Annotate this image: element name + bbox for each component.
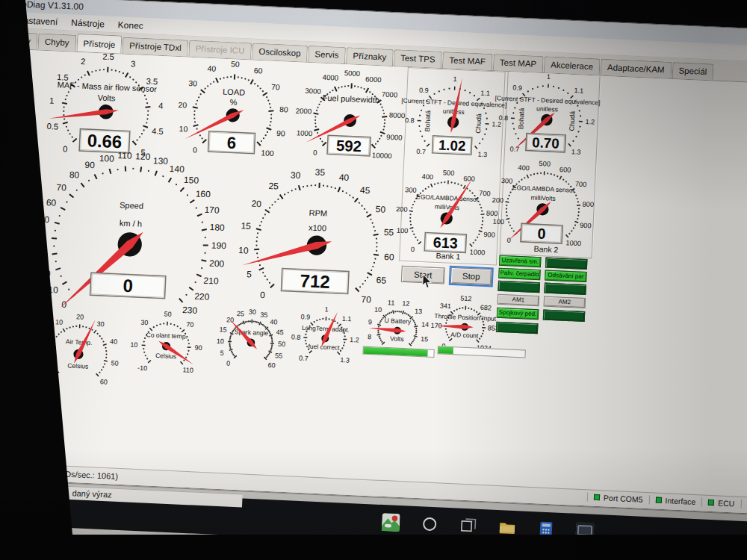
svg-text:2.5: 2.5 [102, 52, 114, 61]
cortana-icon[interactable] [421, 514, 439, 533]
svg-text:Fuel pulsewidth: Fuel pulsewidth [322, 93, 379, 105]
svg-text:70: 70 [271, 83, 280, 92]
svg-text:90: 90 [194, 344, 202, 352]
task-view-icon[interactable] [459, 517, 478, 535]
svg-text:11: 11 [388, 299, 395, 306]
green-led-icon [655, 497, 661, 503]
menu-item-konec[interactable]: Konec [111, 18, 150, 34]
svg-text:210: 210 [203, 276, 219, 287]
laptop-screen: ProDiag V1.31.00 NastaveníNástrojeKonec … [0, 0, 747, 560]
svg-text:9000: 9000 [386, 133, 403, 142]
svg-text:1.3: 1.3 [340, 356, 350, 364]
svg-text:50: 50 [278, 340, 285, 348]
svg-text:30: 30 [140, 319, 148, 326]
io-button-spojkov-ped-[interactable]: Spojkový ped. [497, 308, 539, 320]
tab-test-tps[interactable]: Test TPS [394, 49, 442, 68]
svg-text:190: 190 [211, 240, 227, 251]
svg-text:45: 45 [360, 185, 371, 196]
svg-text:Co olant temp.: Co olant temp. [146, 331, 187, 340]
svg-text:70: 70 [186, 320, 193, 328]
svg-text:4000: 4000 [322, 73, 338, 82]
svg-text:140: 140 [169, 164, 185, 175]
tab-p-stroje-tdxl[interactable]: Přístroje TDxl [123, 37, 188, 57]
svg-text:40: 40 [207, 64, 216, 73]
io-button-dark-5[interactable] [544, 283, 586, 296]
svg-text:Celsius: Celsius [67, 361, 88, 370]
svg-text:3000: 3000 [305, 87, 321, 96]
tab-servis[interactable]: Servis [308, 46, 346, 63]
throttle-progress-bar [438, 346, 526, 358]
svg-text:110: 110 [117, 150, 132, 161]
io-button-dark-1[interactable] [545, 258, 588, 270]
gauge-maf: 00.511.522.533.544.55MAF - Mass air flow… [25, 49, 187, 193]
svg-text:25: 25 [237, 310, 244, 317]
svg-text:U Battery: U Battery [385, 317, 412, 326]
svg-text:0: 0 [61, 299, 67, 310]
tab-akcelerace[interactable]: Akcelerace [544, 56, 601, 75]
svg-text:3: 3 [131, 59, 136, 68]
bank2-caption: Bank 2 [500, 243, 592, 256]
svg-text:70: 70 [361, 294, 371, 305]
status-indicators: Port COM5InterfaceECUTyp jednotky [587, 492, 747, 511]
io-button-dark-4[interactable] [498, 281, 540, 293]
io-button-dark-10[interactable] [496, 322, 539, 335]
app-window: ProDiag V1.31.00 NastaveníNástrojeKonec … [0, 0, 747, 516]
svg-text:50: 50 [231, 60, 240, 69]
svg-text:10: 10 [179, 125, 188, 134]
menu-item-nstroje[interactable]: Nástroje [64, 16, 111, 32]
svg-text:LOAD: LOAD [223, 87, 246, 96]
svg-text:35: 35 [314, 167, 325, 178]
tab-speci-l[interactable]: Speciál [672, 62, 714, 81]
stop-button[interactable]: Stop [450, 267, 492, 285]
svg-text:170: 170 [204, 205, 220, 216]
io-button-grid: Uzavřená sm.Paliv. čerpadloOdsávání parA… [496, 255, 591, 341]
svg-text:LongTerm adapt.: LongTerm adapt. [302, 324, 350, 334]
svg-text:12: 12 [402, 299, 409, 307]
svg-text:50: 50 [111, 359, 118, 367]
battery-progress-bar [362, 346, 434, 358]
maps-app-icon[interactable] [382, 513, 400, 532]
tab-p-znaky[interactable]: Příznaky [346, 47, 394, 66]
tab-test-map[interactable]: Test MAP [493, 54, 544, 72]
svg-text:341: 341 [440, 302, 451, 310]
svg-text:Speed: Speed [120, 200, 143, 210]
svg-text:4.5: 4.5 [152, 126, 164, 136]
svg-text:5000: 5000 [344, 69, 361, 78]
svg-text:1: 1 [49, 96, 55, 105]
io-button-uzav-en-sm-[interactable]: Uzavřená sm. [499, 255, 542, 268]
svg-text:55: 55 [275, 352, 282, 359]
io-button-dark-9[interactable] [543, 310, 586, 323]
svg-text:60: 60 [46, 197, 57, 208]
svg-text:10: 10 [130, 341, 137, 349]
svg-text:6: 6 [226, 133, 236, 152]
io-button-am1[interactable]: AM1 [498, 294, 540, 307]
tab-p-stroje-icu[interactable]: Přístroje ICU [188, 40, 252, 60]
svg-text:100: 100 [261, 149, 274, 158]
tab-adaptace-kam[interactable]: Adaptace/KAM [600, 59, 672, 78]
svg-text:0: 0 [123, 276, 134, 296]
gauge-lt: 0.70.80.911.11.21.3LongTerm adapt.fuel c… [270, 284, 379, 393]
svg-text:15: 15 [219, 326, 226, 333]
svg-text:5: 5 [247, 269, 252, 279]
svg-text:1: 1 [324, 305, 328, 313]
svg-text:0: 0 [313, 148, 317, 156]
io-button-ods-v-n-par[interactable]: Odsávání par [545, 270, 587, 283]
gauge-spark: 051015202530354045505560Spark angle [195, 287, 307, 399]
svg-text:2: 2 [81, 57, 86, 66]
svg-text:50: 50 [375, 204, 385, 215]
io-button-am2[interactable]: AM2 [544, 296, 586, 309]
io-button-paliv-erpadlo[interactable]: Paliv. čerpadlo [498, 268, 541, 281]
svg-text:%: % [229, 98, 238, 107]
tab-p-stroje[interactable]: Přístroje [76, 34, 123, 54]
tab-osciloskop[interactable]: Osciloskop [252, 43, 308, 61]
svg-text:10: 10 [238, 245, 249, 256]
tab-test-maf[interactable]: Test MAF [442, 52, 492, 70]
svg-text:50: 50 [164, 310, 171, 317]
status-indicator-port-com5: Port COM5 [587, 492, 649, 504]
mouse-cursor-icon [421, 274, 433, 290]
tab-chyby[interactable]: Chyby [37, 33, 76, 51]
svg-text:1.5: 1.5 [57, 72, 69, 82]
bank1-groupbox: Bank 1 [399, 67, 506, 266]
svg-text:170: 170 [430, 322, 441, 330]
svg-text:60: 60 [100, 378, 108, 385]
